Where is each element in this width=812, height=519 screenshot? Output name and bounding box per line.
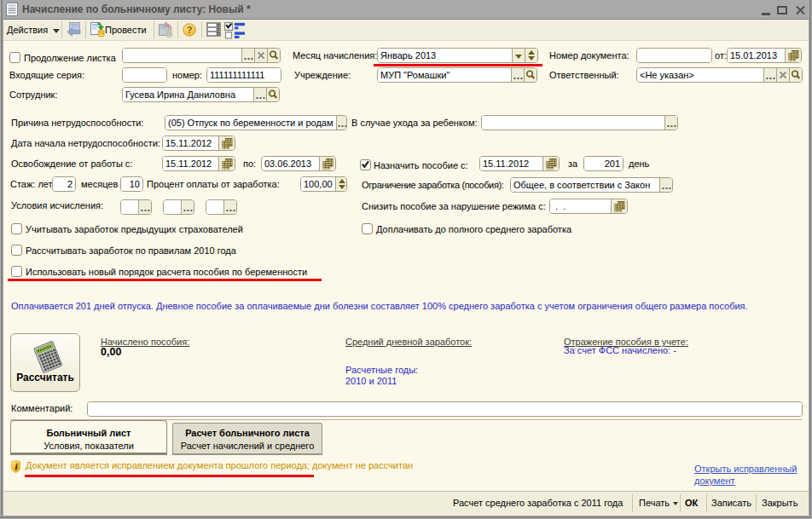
svg-text:?: ? (187, 25, 193, 35)
